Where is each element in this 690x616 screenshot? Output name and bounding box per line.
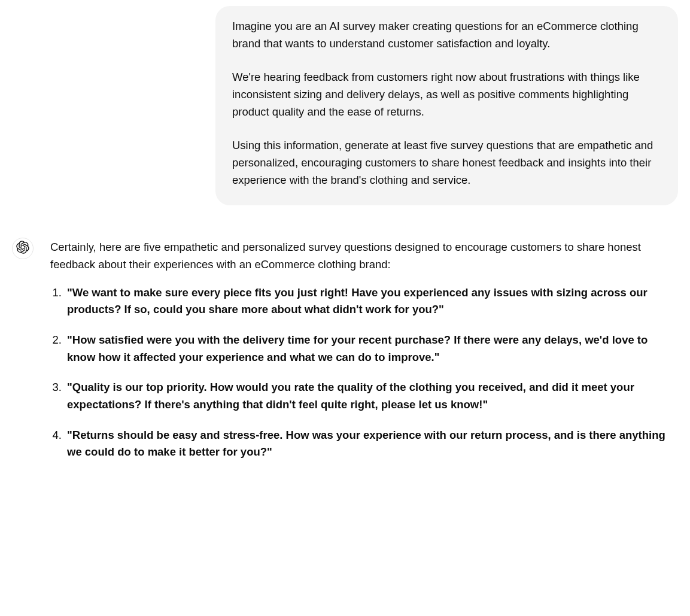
list-item: "How satisfied were you with the deliver… [65,332,678,366]
user-paragraph: Using this information, generate at leas… [232,137,661,189]
user-message: Imagine you are an AI survey maker creat… [215,6,678,205]
openai-logo-icon [16,241,29,256]
assistant-message: Certainly, here are five empathetic and … [12,235,678,474]
assistant-list: "We want to make sure every piece fits y… [50,284,678,461]
user-paragraph: We're hearing feedback from customers ri… [232,69,661,120]
assistant-intro: Certainly, here are five empathetic and … [50,239,678,273]
chat-container: Imagine you are an AI survey maker creat… [12,6,678,474]
assistant-avatar [12,238,34,259]
list-item: "Returns should be easy and stress-free.… [65,427,678,461]
assistant-body: Certainly, here are five empathetic and … [50,239,678,474]
list-item: "We want to make sure every piece fits y… [65,284,678,318]
user-paragraph: Imagine you are an AI survey maker creat… [232,18,661,52]
list-item: "Quality is our top priority. How would … [65,379,678,413]
